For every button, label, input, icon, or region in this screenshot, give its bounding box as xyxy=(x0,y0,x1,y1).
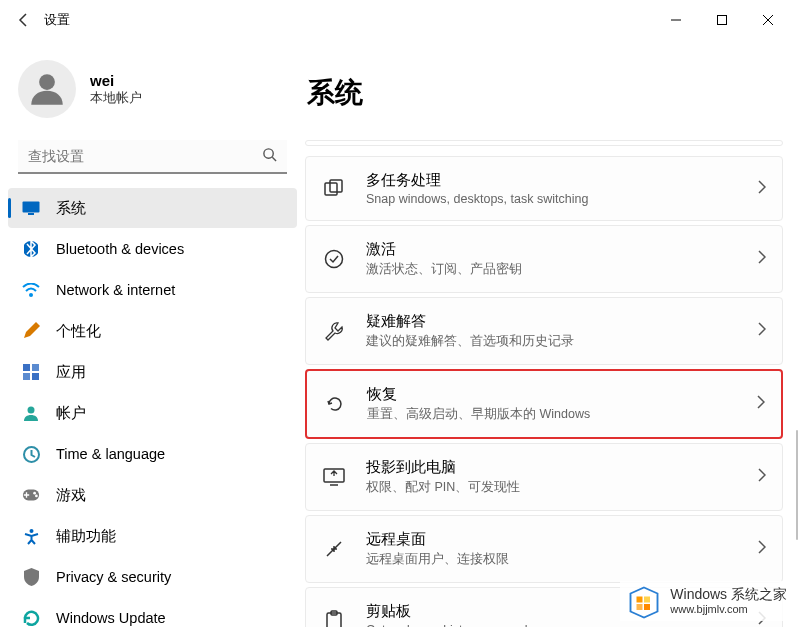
apps-icon xyxy=(22,363,40,381)
privacy-icon xyxy=(22,568,40,586)
svg-rect-20 xyxy=(330,180,342,192)
accounts-icon xyxy=(22,404,40,422)
svg-point-8 xyxy=(29,293,33,297)
sidebar-item-personalize[interactable]: 个性化 xyxy=(8,311,297,351)
settings-card-projecting[interactable]: 投影到此电脑 权限、配对 PIN、可发现性 xyxy=(305,443,783,511)
svg-point-17 xyxy=(35,495,38,498)
page-heading: 系统 xyxy=(307,74,783,112)
search-input[interactable] xyxy=(28,148,262,164)
sidebar-item-time[interactable]: Time & language xyxy=(8,434,297,474)
card-title: 恢复 xyxy=(367,385,737,404)
card-subtitle: 激活状态、订阅、产品密钥 xyxy=(366,261,738,278)
sidebar-item-label: 帐户 xyxy=(56,404,86,423)
svg-rect-1 xyxy=(718,16,727,25)
system-icon xyxy=(22,199,40,217)
chevron-right-icon xyxy=(758,322,766,340)
chevron-right-icon xyxy=(757,395,765,413)
watermark: Windows 系统之家 www.bjjmlv.com xyxy=(620,581,793,621)
watermark-title: Windows 系统之家 xyxy=(670,586,787,603)
sidebar-item-system[interactable]: 系统 xyxy=(8,188,297,228)
multitask-icon xyxy=(322,177,346,201)
sidebar-item-privacy[interactable]: Privacy & security xyxy=(8,557,297,597)
card-subtitle: 重置、高级启动、早期版本的 Windows xyxy=(367,406,737,423)
card-title: 激活 xyxy=(366,240,738,259)
time-icon xyxy=(22,445,40,463)
sidebar-item-gaming[interactable]: 游戏 xyxy=(8,475,297,515)
accessibility-icon xyxy=(22,527,40,545)
settings-card-multitask[interactable]: 多任务处理 Snap windows, desktops, task switc… xyxy=(305,156,783,221)
sidebar-item-label: Bluetooth & devices xyxy=(56,241,184,257)
scrollbar-thumb[interactable] xyxy=(796,430,798,540)
chevron-right-icon xyxy=(758,540,766,558)
search-box[interactable] xyxy=(18,140,287,174)
card-subtitle: 建议的疑难解答、首选项和历史记录 xyxy=(366,333,738,350)
sidebar-item-label: 辅助功能 xyxy=(56,527,116,546)
gaming-icon xyxy=(22,486,40,504)
profile-name: wei xyxy=(90,72,142,89)
sidebar-item-label: Network & internet xyxy=(56,282,175,298)
card-title: 远程桌面 xyxy=(366,530,738,549)
recovery-icon xyxy=(323,392,347,416)
sidebar-item-label: Privacy & security xyxy=(56,569,171,585)
close-button[interactable] xyxy=(745,4,791,36)
remote-icon xyxy=(322,537,346,561)
main-content: 系统 多任务处理 Snap windows, desktops, task sw… xyxy=(305,40,799,627)
svg-point-21 xyxy=(326,251,343,268)
watermark-url: www.bjjmlv.com xyxy=(670,603,787,616)
card-subtitle: 远程桌面用户、连接权限 xyxy=(366,551,738,568)
svg-point-2 xyxy=(39,74,55,90)
sidebar-item-update[interactable]: Windows Update xyxy=(8,598,297,627)
card-title: 投影到此电脑 xyxy=(366,458,738,477)
settings-card-activation[interactable]: 激活 激活状态、订阅、产品密钥 xyxy=(305,225,783,293)
profile-section[interactable]: wei 本地帐户 xyxy=(4,48,301,136)
search-icon xyxy=(262,147,277,166)
chevron-right-icon xyxy=(758,180,766,198)
update-icon xyxy=(22,609,40,627)
svg-point-13 xyxy=(28,407,35,414)
avatar xyxy=(18,60,76,118)
svg-rect-19 xyxy=(325,183,337,195)
back-button[interactable] xyxy=(8,4,40,36)
sidebar-item-bluetooth[interactable]: Bluetooth & devices xyxy=(8,229,297,269)
settings-card-recovery[interactable]: 恢复 重置、高级启动、早期版本的 Windows xyxy=(305,369,783,439)
sidebar-item-apps[interactable]: 应用 xyxy=(8,352,297,392)
svg-rect-26 xyxy=(637,597,643,603)
sidebar-item-label: 个性化 xyxy=(56,322,101,341)
svg-rect-5 xyxy=(23,202,40,213)
troubleshoot-icon xyxy=(322,319,346,343)
minimize-button[interactable] xyxy=(653,4,699,36)
svg-rect-10 xyxy=(32,364,39,371)
svg-rect-12 xyxy=(32,373,39,380)
card-subtitle: 权限、配对 PIN、可发现性 xyxy=(366,479,738,496)
card-title: 疑难解答 xyxy=(366,312,738,331)
wifi-icon xyxy=(22,281,40,299)
svg-rect-28 xyxy=(637,604,643,610)
profile-sub: 本地帐户 xyxy=(90,89,142,107)
personalize-icon xyxy=(22,322,40,340)
sidebar-item-accounts[interactable]: 帐户 xyxy=(8,393,297,433)
sidebar-item-wifi[interactable]: Network & internet xyxy=(8,270,297,310)
sidebar-item-label: Time & language xyxy=(56,446,165,462)
svg-rect-27 xyxy=(644,597,650,603)
chevron-right-icon xyxy=(758,250,766,268)
sidebar-item-accessibility[interactable]: 辅助功能 xyxy=(8,516,297,556)
svg-point-16 xyxy=(33,492,36,495)
settings-card-remote[interactable]: 远程桌面 远程桌面用户、连接权限 xyxy=(305,515,783,583)
svg-point-3 xyxy=(264,148,273,157)
sidebar-item-label: 游戏 xyxy=(56,486,86,505)
svg-rect-6 xyxy=(28,213,34,215)
maximize-button[interactable] xyxy=(699,4,745,36)
svg-rect-29 xyxy=(644,604,650,610)
card-subtitle: Cut and copy history, sync, clear xyxy=(366,623,738,627)
card-partial-top xyxy=(305,140,783,146)
windows-logo-icon xyxy=(626,583,662,619)
settings-card-troubleshoot[interactable]: 疑难解答 建议的疑难解答、首选项和历史记录 xyxy=(305,297,783,365)
sidebar-item-label: 系统 xyxy=(56,199,86,218)
svg-point-18 xyxy=(29,529,33,533)
svg-rect-11 xyxy=(23,373,30,380)
sidebar: wei 本地帐户 系统Bluetooth & devicesNetwork & … xyxy=(0,40,305,627)
sidebar-item-label: 应用 xyxy=(56,363,86,382)
window-title: 设置 xyxy=(44,11,70,29)
projecting-icon xyxy=(322,465,346,489)
activation-icon xyxy=(322,247,346,271)
